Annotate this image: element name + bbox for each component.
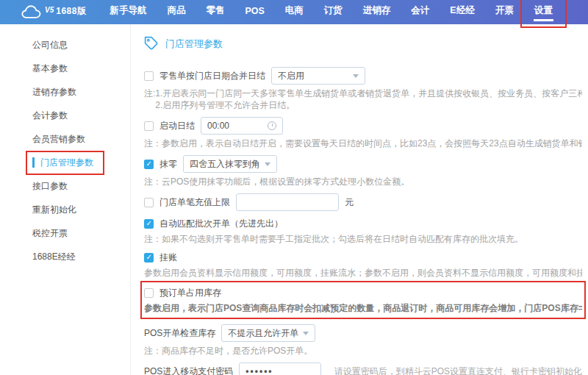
page-title: 门店管理参数 bbox=[144, 35, 582, 54]
setting-input[interactable] bbox=[236, 193, 339, 211]
setting-notes: 注：如果不勾选则开零售单时需要手工指定批次；勾选后将在日结时自动匹配有库存的批次… bbox=[144, 233, 582, 245]
setting-notes: 参数启用会员资料显示信用额度，可用额度，挂账流水；参数不启用，则会员资料不显示信… bbox=[144, 267, 582, 279]
logo-brand: 1688版 bbox=[56, 5, 86, 18]
cloud-logo-icon bbox=[21, 4, 44, 20]
setting-row: 门店单笔充值上限 元 bbox=[144, 193, 582, 211]
nav-item[interactable]: E经经 bbox=[440, 0, 484, 24]
setting-label: POS开单检查库存 bbox=[144, 327, 215, 340]
clock-icon bbox=[268, 121, 276, 130]
setting-input[interactable]: •••••• bbox=[239, 362, 320, 375]
nav-item[interactable]: 商品 bbox=[157, 0, 196, 24]
chevron-down-icon bbox=[353, 74, 359, 78]
setting-notes: 注：参数启用，表示自动日结开启，需要设置每天日结的时间点，比如23点，会按照每天… bbox=[144, 138, 582, 149]
setting-notes: 注：商品库存不足时，是否允许POS开单。 bbox=[144, 345, 582, 357]
setting-checkbox[interactable] bbox=[144, 160, 154, 169]
sidebar-item[interactable]: 接口参数 bbox=[0, 174, 130, 198]
setting-label: 自动匹配批次开单（先进先出） bbox=[159, 218, 283, 230]
nav-item[interactable]: 开票 bbox=[485, 0, 524, 24]
nav-item[interactable]: 订货 bbox=[314, 0, 353, 24]
chevron-down-icon bbox=[303, 332, 309, 335]
sidebar-item[interactable]: 进销存参数 bbox=[0, 80, 130, 104]
setting-checkbox[interactable] bbox=[144, 198, 154, 207]
setting-checkbox[interactable] bbox=[144, 253, 154, 262]
setting-label: 启动日结 bbox=[159, 120, 195, 132]
setting-row: 挂账 参数启用会员资料显示信用额度，可用额度，挂账流水；参数不启用，则会员资料不… bbox=[144, 251, 582, 279]
nav-item[interactable]: 会计 bbox=[401, 0, 440, 24]
setting-row: 零售单按门店日期合并日结 不启用 注:1.开启表示同一门店同一天多张零售单生成销… bbox=[144, 67, 582, 111]
sidebar-item[interactable]: 门店管理参数 bbox=[0, 151, 130, 174]
sidebar-item[interactable]: 会员营销参数 bbox=[0, 127, 130, 151]
setting-row: 预订单占用库存 参数启用，表示门店POS查询商品库存时会扣减预定的数量，商品退订… bbox=[144, 285, 582, 315]
chevron-down-icon bbox=[265, 162, 270, 166]
setting-row: POS进入移动支付密码 •••••• 请设置密码后，到精斗云POS设置直连支付、… bbox=[144, 362, 582, 375]
setting-select[interactable]: 不启用 bbox=[271, 67, 365, 85]
setting-notes: 参数启用，表示门店POS查询商品库存时会扣减预定的数量，商品退订时，商品可用库存… bbox=[144, 302, 582, 314]
tag-icon bbox=[144, 36, 159, 53]
page-title-text: 门店管理参数 bbox=[165, 38, 223, 51]
setting-row: 启动日结 00:00 注：参数启用，表示自动日结开启，需要设置每天日结的时间点，… bbox=[144, 117, 582, 149]
setting-select[interactable]: 四舍五入抹零到角 bbox=[183, 155, 277, 173]
active-indicator-bar bbox=[32, 157, 35, 168]
setting-input[interactable]: 00:00 bbox=[201, 117, 283, 135]
main-content: 门店管理参数 零售单按门店日期合并日结 不启用 注:1.开启表示同一门店同一天多… bbox=[131, 24, 588, 375]
setting-notes: 注:1.开启表示同一门店同一天多张零售单生成销货单或者销货退货单，并且提供按收银… bbox=[144, 88, 582, 111]
setting-row: 自动匹配批次开单（先进先出） 注：如果不勾选则开零售单时需要手工指定批次；勾选后… bbox=[144, 217, 582, 245]
setting-notes: 注：云POS使用抹零功能后，根据设置的抹零方式处理小数位金额。 bbox=[144, 176, 582, 188]
setting-checkbox[interactable] bbox=[144, 219, 154, 229]
sidebar-item[interactable]: 公司信息 bbox=[0, 33, 130, 57]
nav-item[interactable]: 设置 bbox=[524, 0, 563, 24]
nav-item[interactable]: 新手导航 bbox=[99, 0, 157, 24]
setting-label: 门店单笔充值上限 bbox=[159, 196, 230, 209]
top-nav: V5 1688版 新手导航商品零售POS电商订货进销存会计E经经开票设置 bbox=[0, 0, 588, 24]
app-logo[interactable]: V5 1688版 bbox=[21, 4, 86, 20]
setting-suffix: 元 bbox=[345, 196, 354, 209]
setting-hint: 请设置密码后，到精斗云POS设置直连支付、银行卡密钥初始化 bbox=[334, 365, 582, 375]
setting-label: 零售单按门店日期合并日结 bbox=[159, 70, 265, 82]
setting-checkbox[interactable] bbox=[144, 121, 154, 131]
nav-item[interactable]: 电商 bbox=[275, 0, 314, 24]
setting-label: 挂账 bbox=[159, 251, 177, 264]
setting-label: 预订单占用库存 bbox=[159, 287, 221, 299]
setting-checkbox[interactable] bbox=[144, 71, 154, 81]
page: V5 1688版 新手导航商品零售POS电商订货进销存会计E经经开票设置 公司信… bbox=[0, 0, 588, 375]
setting-row: 抹零 四舍五入抹零到角 注：云POS使用抹零功能后，根据设置的抹零方式处理小数位… bbox=[144, 155, 582, 188]
nav-item[interactable]: 进销存 bbox=[353, 0, 401, 24]
setting-label: 抹零 bbox=[159, 158, 177, 171]
setting-checkbox[interactable] bbox=[144, 288, 154, 298]
nav-item[interactable]: 零售 bbox=[196, 0, 234, 24]
nav-menu: 新手导航商品零售POS电商订货进销存会计E经经开票设置 bbox=[99, 0, 562, 24]
sidebar-item[interactable]: 会计参数 bbox=[0, 104, 130, 127]
setting-row: POS开单检查库存 不提示且允许开单 注：商品库存不足时，是否允许POS开单。 bbox=[144, 324, 582, 357]
logo-version: V5 bbox=[45, 6, 54, 14]
sidebar-item[interactable]: 1688E经经 bbox=[0, 245, 130, 268]
sidebar-item[interactable]: 税控开票 bbox=[0, 221, 130, 245]
sidebar-item[interactable]: 基本参数 bbox=[0, 57, 130, 80]
sidebar-item[interactable]: 重新初始化 bbox=[0, 198, 130, 221]
nav-item[interactable]: POS bbox=[234, 0, 274, 24]
setting-select[interactable]: 不提示且允许开单 bbox=[221, 324, 315, 342]
settings-sidebar: 公司信息 基本参数 进销存参数 会计参数 会员营销参数 门店管理参数 接口参数 bbox=[0, 24, 131, 375]
setting-label: POS进入移动支付密码 bbox=[144, 365, 233, 375]
